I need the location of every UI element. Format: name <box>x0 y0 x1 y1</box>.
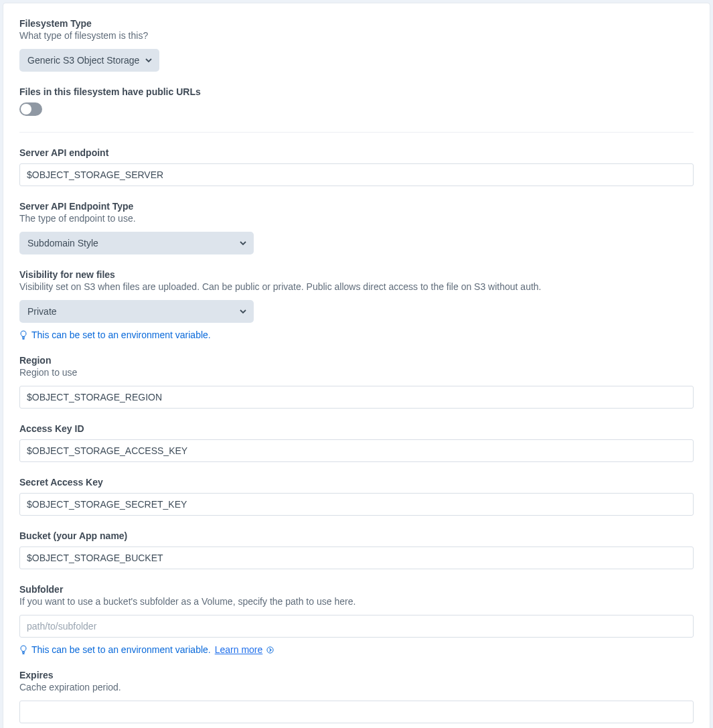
expires-label: Expires <box>19 670 694 680</box>
endpoint-type-label: Server API Endpoint Type <box>19 201 694 212</box>
subfolder-label: Subfolder <box>19 584 694 595</box>
field-bucket: Bucket (your App name) <box>19 530 694 569</box>
field-public-urls: Files in this filesystem have public URL… <box>19 86 694 116</box>
field-expires: Expires Cache expiration period. <box>19 670 694 723</box>
region-label: Region <box>19 355 694 366</box>
lightbulb-icon <box>19 645 27 654</box>
chevron-down-icon <box>145 56 153 64</box>
access-key-input[interactable] <box>19 439 694 462</box>
field-server-api-endpoint: Server API endpoint <box>19 147 694 186</box>
learn-more-link[interactable]: Learn more <box>215 644 263 655</box>
field-subfolder: Subfolder If you want to use a bucket's … <box>19 584 694 655</box>
public-urls-label: Files in this filesystem have public URL… <box>19 86 694 97</box>
filesystem-type-label: Filesystem Type <box>19 18 694 29</box>
subfolder-input[interactable] <box>19 615 694 638</box>
filesystem-type-desc: What type of filesystem is this? <box>19 30 694 41</box>
server-api-endpoint-input[interactable] <box>19 163 694 186</box>
visibility-tip-text: This can be set to an environment variab… <box>31 330 211 340</box>
field-visibility: Visibility for new files Visibility set … <box>19 269 694 340</box>
secret-key-input[interactable] <box>19 493 694 516</box>
divider <box>19 132 694 133</box>
field-secret-key: Secret Access Key <box>19 477 694 516</box>
lightbulb-icon <box>19 330 27 340</box>
toggle-knob <box>21 104 31 115</box>
endpoint-type-desc: The type of endpoint to use. <box>19 213 694 224</box>
field-access-key: Access Key ID <box>19 423 694 462</box>
arrow-right-icon <box>266 646 274 654</box>
public-urls-toggle[interactable] <box>19 102 42 116</box>
bucket-input[interactable] <box>19 547 694 569</box>
visibility-value: Private <box>27 306 57 317</box>
field-filesystem-type: Filesystem Type What type of filesystem … <box>19 18 694 72</box>
region-desc: Region to use <box>19 367 694 378</box>
visibility-select[interactable]: Private <box>19 300 254 323</box>
subfolder-desc: If you want to use a bucket's subfolder … <box>19 596 694 607</box>
access-key-label: Access Key ID <box>19 423 694 434</box>
chevron-down-icon <box>239 307 247 315</box>
secret-key-label: Secret Access Key <box>19 477 694 488</box>
visibility-desc: Visibility set on S3 when files are uplo… <box>19 281 694 292</box>
bucket-label: Bucket (your App name) <box>19 530 694 541</box>
settings-panel: Filesystem Type What type of filesystem … <box>3 3 710 728</box>
subfolder-tip: This can be set to an environment variab… <box>19 644 694 655</box>
field-region: Region Region to use <box>19 355 694 409</box>
server-api-endpoint-label: Server API endpoint <box>19 147 694 158</box>
filesystem-type-select[interactable]: Generic S3 Object Storage <box>19 49 159 72</box>
endpoint-type-value: Subdomain Style <box>27 238 98 248</box>
field-endpoint-type: Server API Endpoint Type The type of end… <box>19 201 694 254</box>
chevron-down-icon <box>239 239 247 247</box>
endpoint-type-select[interactable]: Subdomain Style <box>19 232 254 254</box>
filesystem-type-value: Generic S3 Object Storage <box>27 55 139 66</box>
expires-input[interactable] <box>19 701 694 723</box>
region-input[interactable] <box>19 386 694 409</box>
subfolder-tip-text: This can be set to an environment variab… <box>31 644 211 655</box>
expires-desc: Cache expiration period. <box>19 682 694 693</box>
svg-point-0 <box>267 646 273 652</box>
visibility-label: Visibility for new files <box>19 269 694 280</box>
visibility-tip: This can be set to an environment variab… <box>19 330 694 340</box>
